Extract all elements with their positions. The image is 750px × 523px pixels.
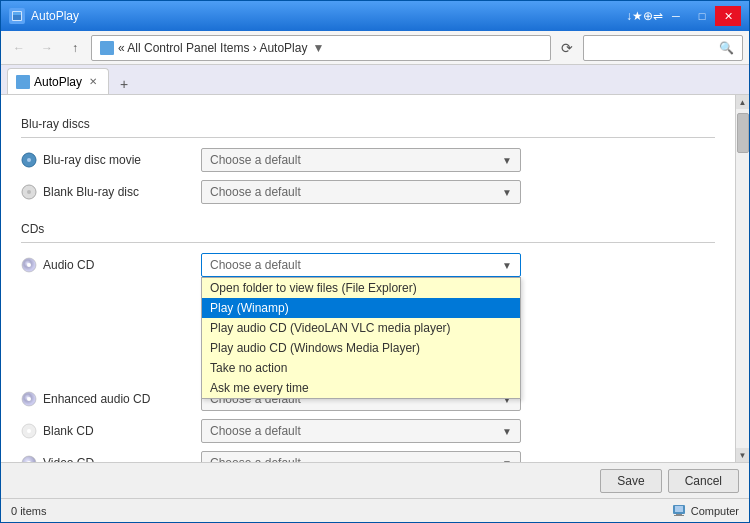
scrollbar[interactable]: ▲ ▼ — [735, 95, 749, 462]
refresh-button[interactable]: ⟳ — [555, 36, 579, 60]
blank-cd-value: Choose a default — [210, 424, 502, 438]
svg-point-6 — [27, 190, 31, 194]
tab-add-button[interactable]: + — [113, 74, 135, 94]
star-icon[interactable]: ★ — [632, 9, 643, 23]
blank-cd-label: Blank CD — [21, 423, 191, 439]
list-item: Audio CD Choose a default ▼ Open folder … — [21, 253, 715, 277]
svg-point-12 — [27, 429, 31, 433]
audio-cd-dropdown-arrow: ▼ — [502, 260, 512, 271]
video-cd-dropdown-arrow: ▼ — [502, 458, 512, 463]
section-bluray-divider — [21, 137, 715, 138]
search-box[interactable]: 🔍 — [583, 35, 743, 61]
window-icon — [9, 8, 25, 24]
bluray-movie-label: Blu-ray disc movie — [21, 152, 191, 168]
svg-rect-23 — [674, 515, 684, 516]
audio-cd-value: Choose a default — [210, 258, 502, 272]
search-icon: 🔍 — [719, 41, 734, 55]
up-button[interactable]: ↑ — [63, 36, 87, 60]
video-cd-label: Video CD — [21, 455, 191, 462]
blank-bluray-dropdown-arrow: ▼ — [502, 187, 512, 198]
svg-rect-1 — [13, 15, 21, 20]
bottom-bar: Save Cancel — [1, 462, 749, 498]
status-bar: 0 items Computer — [1, 498, 749, 522]
cancel-button[interactable]: Cancel — [668, 469, 739, 493]
dropdown-item[interactable]: Play audio CD (Windows Media Player) — [202, 338, 520, 358]
bluray-movie-icon — [21, 152, 37, 168]
window: AutoPlay ↓ ★ ⊕ ⇌ ─ □ ✕ ← → ↑ « All Contr… — [0, 0, 750, 523]
scrollbar-thumb[interactable] — [737, 113, 749, 153]
svg-point-8 — [27, 263, 31, 267]
video-cd-icon — [21, 455, 37, 462]
window-title: AutoPlay — [31, 9, 626, 23]
computer-icon — [671, 503, 687, 519]
list-item: Video CD Choose a default ▼ — [21, 451, 715, 462]
blank-bluray-select[interactable]: Choose a default ▼ — [201, 180, 521, 204]
enhanced-audio-label: Enhanced audio CD — [21, 391, 191, 407]
svg-point-4 — [27, 158, 31, 162]
tab-icon — [16, 75, 30, 89]
dropdown-item[interactable]: Open folder to view files (File Explorer… — [202, 278, 520, 298]
blank-cd-text: Blank CD — [43, 424, 94, 438]
blank-bluray-icon — [21, 184, 37, 200]
minimize-button[interactable]: ─ — [663, 6, 689, 26]
section-cds-divider — [21, 242, 715, 243]
settings-icon[interactable]: ⇌ — [653, 9, 663, 23]
dropdown-item[interactable]: Ask me every time — [202, 378, 520, 398]
breadcrumb-dropdown[interactable]: ▼ — [311, 41, 325, 55]
breadcrumb[interactable]: « All Control Panel Items › AutoPlay ▼ — [91, 35, 551, 61]
audio-cd-label: Audio CD — [21, 257, 191, 273]
list-item: Blank Blu-ray disc Choose a default ▼ — [21, 180, 715, 204]
pin-icon[interactable]: ⊕ — [643, 9, 653, 23]
audio-cd-icon — [21, 257, 37, 273]
dropdown-item[interactable]: Play (Winamp) — [202, 298, 520, 318]
title-bar: AutoPlay ↓ ★ ⊕ ⇌ ─ □ ✕ — [1, 1, 749, 31]
svg-rect-22 — [676, 514, 682, 515]
video-cd-value: Choose a default — [210, 456, 502, 462]
blank-bluray-label: Blank Blu-ray disc — [21, 184, 191, 200]
scrollbar-down-button[interactable]: ▼ — [736, 448, 750, 462]
close-button[interactable]: ✕ — [715, 6, 741, 26]
section-cds-label: CDs — [21, 222, 715, 236]
bluray-movie-value: Choose a default — [210, 153, 502, 167]
address-bar: ← → ↑ « All Control Panel Items › AutoPl… — [1, 31, 749, 65]
back-button[interactable]: ← — [7, 36, 31, 60]
list-item: Blu-ray disc movie Choose a default ▼ — [21, 148, 715, 172]
audio-cd-select-wrapper: Choose a default ▼ Open folder to view f… — [201, 253, 521, 277]
tab-close-button[interactable]: ✕ — [86, 75, 100, 88]
blank-bluray-text: Blank Blu-ray disc — [43, 185, 139, 199]
save-button[interactable]: Save — [600, 469, 661, 493]
svg-rect-2 — [13, 12, 21, 15]
status-bar-right: Computer — [671, 503, 739, 519]
audio-cd-select[interactable]: Choose a default ▼ — [201, 253, 521, 277]
dropdown-item[interactable]: Take no action — [202, 358, 520, 378]
main-content: Blu-ray discs Blu-ray disc movie Choose … — [1, 95, 735, 462]
blank-cd-dropdown-arrow: ▼ — [502, 426, 512, 437]
blank-cd-icon — [21, 423, 37, 439]
forward-button[interactable]: → — [35, 36, 59, 60]
maximize-button[interactable]: □ — [689, 6, 715, 26]
dropdown-item[interactable]: Play audio CD (VideoLAN VLC media player… — [202, 318, 520, 338]
audio-cd-text: Audio CD — [43, 258, 94, 272]
status-items-count: 0 items — [11, 505, 46, 517]
list-item: Blank CD Choose a default ▼ — [21, 419, 715, 443]
blank-cd-select[interactable]: Choose a default ▼ — [201, 419, 521, 443]
blank-bluray-value: Choose a default — [210, 185, 502, 199]
section-bluray-label: Blu-ray discs — [21, 117, 715, 131]
bluray-movie-dropdown-arrow: ▼ — [502, 155, 512, 166]
svg-rect-21 — [675, 506, 683, 512]
status-computer-label: Computer — [691, 505, 739, 517]
tab-label: AutoPlay — [34, 75, 82, 89]
tab-autoplay[interactable]: AutoPlay ✕ — [7, 68, 109, 94]
enhanced-audio-text: Enhanced audio CD — [43, 392, 150, 406]
breadcrumb-text: « All Control Panel Items › AutoPlay — [118, 41, 307, 55]
enhanced-audio-icon — [21, 391, 37, 407]
svg-point-10 — [27, 397, 31, 401]
scrollbar-up-button[interactable]: ▲ — [736, 95, 750, 109]
bluray-movie-text: Blu-ray disc movie — [43, 153, 141, 167]
tabs-bar: AutoPlay ✕ + — [1, 65, 749, 95]
content-area: Blu-ray discs Blu-ray disc movie Choose … — [1, 95, 749, 462]
breadcrumb-icon — [100, 41, 114, 55]
video-cd-select[interactable]: Choose a default ▼ — [201, 451, 521, 462]
audio-cd-dropdown-list: Open folder to view files (File Explorer… — [201, 277, 521, 399]
bluray-movie-select[interactable]: Choose a default ▼ — [201, 148, 521, 172]
